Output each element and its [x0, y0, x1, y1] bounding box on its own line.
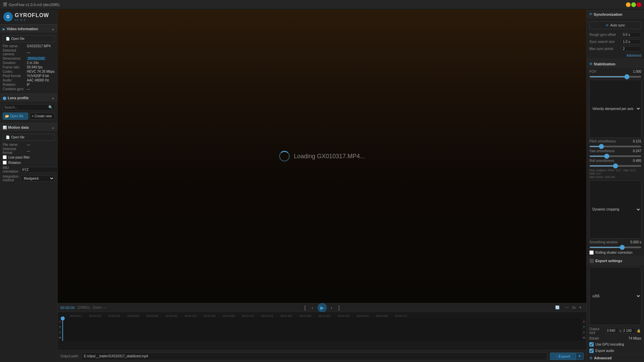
output-width-input[interactable] — [605, 328, 619, 334]
export-section-header[interactable]: ⬛ Export settings — [587, 256, 644, 266]
smoothing-window-slider[interactable] — [589, 247, 641, 248]
loading-text: Loading GX010317.MP4... — [294, 153, 365, 160]
motion-file-name-row: File name: --- — [3, 143, 55, 146]
sync-search-input[interactable] — [621, 39, 641, 44]
speed-dropdown-btn[interactable]: ▼ — [577, 305, 584, 310]
open-motion-file-button[interactable]: 📄 Open file — [3, 134, 55, 141]
rough-gyro-input[interactable] — [621, 32, 641, 37]
sync-advanced-link[interactable]: Advanced — [587, 52, 644, 59]
loading-indicator: Loading GX010317.MP4... — [279, 151, 365, 162]
pitch-slider[interactable] — [589, 146, 641, 147]
roll-value: 0.495 — [633, 159, 641, 163]
lens-btn-row: 📂 Open file + Create new — [3, 113, 55, 120]
integration-method-select[interactable]: Madgwick Mahony Complementary VQF — [21, 175, 55, 182]
roll-label: Roll smoothness — [589, 159, 614, 163]
ruler-tick-14: 00:01:45 — [311, 314, 330, 317]
search-icon: 🔍 — [48, 105, 53, 110]
prev-frame-button[interactable]: ‹ — [310, 304, 315, 311]
pitch-label: Pitch smoothness — [589, 139, 616, 143]
mark-out-button[interactable]: ] — [336, 304, 342, 311]
max-sync-row: Max sync points — [587, 45, 644, 52]
export-codec-select[interactable]: x265 x264 ProRes DNxHD — [589, 267, 641, 325]
sync-icon-btn[interactable]: 🔄 — [553, 305, 562, 310]
motion-data-content: 📄 Open file File name: --- Detected form… — [0, 132, 57, 185]
yaw-smoothness-row: Yaw smoothness 0.247 — [587, 148, 644, 158]
logo-area: G GYROFLOW v1.0.0 — [0, 9, 57, 24]
output-size-row: Output size x 🔒 — [587, 326, 644, 336]
imu-orientation-input[interactable] — [20, 167, 58, 173]
titlebar: 🎬 GyroFlow v1.0.0-rc0 (dev2085) — [0, 0, 644, 9]
output-label: Output path: — [60, 354, 79, 358]
next-frame-button[interactable]: › — [329, 304, 334, 311]
aspect-lock-button[interactable]: 🔒 — [636, 329, 641, 333]
export-button[interactable]: ↑ Export — [550, 353, 576, 360]
folder-icon: 📂 — [5, 114, 9, 118]
low-pass-filter-checkbox[interactable] — [3, 155, 7, 159]
waveform-btn[interactable]: 〰 — [563, 305, 571, 310]
lens-search-input[interactable] — [4, 106, 48, 109]
ruler-tick-2: 00:00:15 — [82, 314, 101, 317]
speed-value: 1x — [572, 306, 576, 309]
timeline-ruler[interactable]: 00:00:07 00:00:15 00:00:22 00:00:30 00:0… — [58, 312, 586, 318]
logo-text: GYROFLOW — [15, 12, 49, 18]
auto-sync-button[interactable]: ⟳ Auto sync — [589, 21, 641, 29]
fov-slider[interactable] — [589, 76, 641, 77]
lens-profile-content: 🔍 📂 Open file + Create new — [0, 102, 57, 123]
max-sync-input[interactable] — [621, 46, 641, 51]
detected-camera-label: Detected camera: — [3, 49, 27, 56]
rough-gyro-row: Rough gyro offset — [587, 31, 644, 38]
export-dropdown-button[interactable]: ▼ — [576, 353, 584, 360]
ruler-tick-11: 00:01:23 — [254, 314, 273, 317]
codec-row: Codec: HEVC 74.35 Mbps — [3, 70, 55, 73]
track-labels: X Y Z W — [58, 318, 62, 341]
output-height-input[interactable] — [622, 328, 635, 334]
mark-in-button[interactable]: [ — [302, 304, 308, 311]
export-audio-checkbox[interactable] — [589, 349, 594, 353]
max-zoom-text: Max zoom: 100.0% — [589, 175, 641, 179]
window-controls — [626, 2, 641, 7]
motion-data-section-header[interactable]: 📊 Motion data ▲ — [0, 123, 57, 132]
close-button[interactable] — [637, 2, 641, 7]
ruler-tick-17: 00:02:08 — [368, 314, 387, 317]
rolling-shutter-checkbox[interactable] — [589, 250, 594, 255]
minimize-button[interactable] — [626, 2, 631, 7]
create-new-lens-button[interactable]: + Create new — [30, 113, 55, 120]
roll-slider[interactable] — [589, 165, 641, 167]
timeline-tracks[interactable]: X Y Z W X Y Z W — [58, 318, 586, 341]
stabilization-section-header[interactable]: ⊕ Stabilization — [587, 59, 644, 69]
lens-search-box[interactable]: 🔍 — [3, 104, 55, 111]
video-icon: ▶ — [3, 27, 5, 31]
playhead[interactable] — [62, 318, 63, 341]
logo-icon: G — [3, 12, 13, 21]
gpu-encoding-checkbox[interactable] — [589, 342, 594, 347]
roll-smoothness-row: Roll smoothness 0.495 — [587, 158, 644, 168]
smoothing-window-value: 5.000 s — [630, 240, 641, 244]
sync-section-header[interactable]: ⟳ Synchronization — [587, 9, 644, 19]
open-video-file-button[interactable]: 📄 Open file — [3, 35, 55, 42]
file-name-value: GX010317.MP4 — [27, 44, 51, 48]
open-lens-file-button[interactable]: 📂 Open file — [3, 113, 28, 120]
export-icon: ↑ — [556, 354, 559, 358]
motion-icon: 📊 — [3, 126, 7, 129]
rotation-checkbox-row: Rotation — [3, 161, 55, 165]
fov-value: 1.000 — [633, 70, 641, 73]
dynamic-cropping-select[interactable]: Dynamic cropping Static crop No crop — [589, 180, 641, 238]
algorithm-select[interactable]: Velocity dampened per axis Fixed crop Dy… — [589, 80, 641, 138]
export-header-icon: ⬛ — [589, 259, 594, 263]
sync-section-title: Synchronization — [594, 12, 623, 16]
duration-value: 2 m 24s — [27, 61, 39, 65]
output-path-input[interactable] — [82, 352, 547, 360]
ruler-tick-10: 00:01:15 — [234, 314, 254, 317]
dimensions-row: Dimensions: 3840x2160 — [3, 57, 55, 60]
dimensions-value: 3840x2160 — [27, 57, 46, 60]
maximize-button[interactable] — [631, 2, 636, 7]
file-name-row: File name: GX010317.MP4 — [3, 44, 55, 48]
lens-profile-section-header[interactable]: ⬤ Lens profile ▲ — [0, 94, 57, 102]
rotation-checkbox[interactable] — [3, 161, 7, 165]
advanced-section[interactable]: ⚙ Advanced — [587, 354, 644, 362]
video-info-section-header[interactable]: ▶ Video information ▲ — [0, 24, 57, 33]
imu-orientation-row: IMU orientation — [3, 166, 55, 173]
contains-gyro-label: Contains gyro: — [3, 87, 27, 91]
yaw-slider[interactable] — [589, 156, 641, 157]
play-button[interactable]: ▶ — [317, 303, 327, 312]
